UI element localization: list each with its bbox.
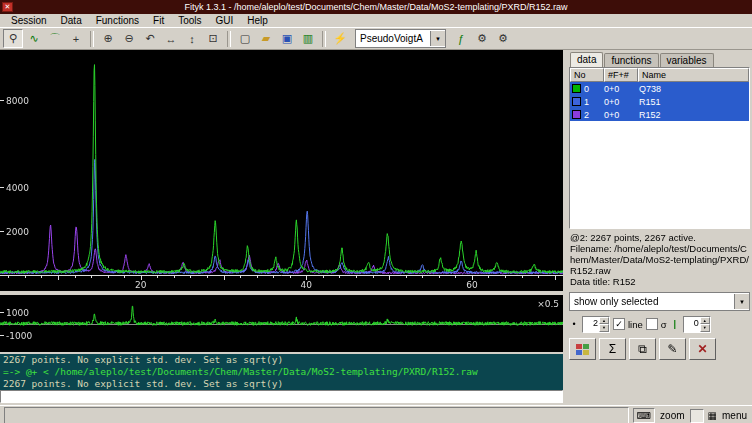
- point-size-value: 2: [583, 317, 599, 332]
- zoom-out-icon: ⊖: [124, 32, 133, 45]
- console-line: =-> @+ < /home/aleplo/test/Documents/Che…: [3, 366, 560, 378]
- zoom-indicator[interactable]: [690, 409, 704, 423]
- toolbar-separator: [227, 31, 231, 47]
- spin-up-icon[interactable]: ▲: [700, 317, 710, 325]
- add-peak-mode-button[interactable]: ⌒: [45, 29, 65, 48]
- zoom-prev-button[interactable]: ↶: [140, 29, 160, 48]
- menu-functions[interactable]: Functions: [89, 15, 146, 26]
- auxiliary-plot[interactable]: [0, 295, 563, 352]
- auto-add-icon: ⚡: [333, 32, 347, 45]
- main-plot[interactable]: [0, 50, 563, 291]
- fit-settings-button[interactable]: ⚙: [472, 29, 492, 48]
- command-input[interactable]: [0, 390, 563, 403]
- data-row[interactable]: 10+0R151: [570, 95, 749, 108]
- zoom-vert-button[interactable]: ↕: [182, 29, 202, 48]
- data-row-functions: 0+0: [602, 97, 636, 107]
- sidebar: data functions variables No #F+# Name 00…: [567, 50, 752, 405]
- export-image-button[interactable]: ▥: [298, 29, 318, 48]
- save-session-button[interactable]: ▣: [277, 29, 297, 48]
- zoom-all-button[interactable]: ⊡: [203, 29, 223, 48]
- copy-icon: ⧉: [638, 342, 647, 356]
- tab-variables[interactable]: variables: [660, 53, 714, 67]
- spin-down-icon[interactable]: ▼: [599, 324, 609, 332]
- titlebar: ✕ Fityk 1.3.1 - /home/aleplo/test/Docume…: [0, 0, 752, 14]
- window-close-button[interactable]: ✕: [2, 2, 13, 12]
- settings-gears-button[interactable]: ⚙: [493, 29, 513, 48]
- data-table-button[interactable]: [569, 338, 596, 360]
- tab-data[interactable]: data: [570, 52, 603, 67]
- close-icon: ✕: [697, 342, 707, 356]
- filter-dropdown-value: show only selected: [570, 296, 663, 307]
- data-list[interactable]: No #F+# Name 00+0Q73810+0R15120+0R152: [569, 67, 750, 229]
- statistics-button[interactable]: Σ: [599, 338, 626, 360]
- range-mode-icon: ∿: [29, 32, 38, 45]
- window-title: Fityk 1.3.1 - /home/aleplo/test/Document…: [184, 2, 567, 12]
- spin-down-icon[interactable]: ▼: [700, 324, 710, 332]
- column-header-functions[interactable]: #F+#: [604, 68, 638, 82]
- dataset-filename: Filename: /home/aleplo/test/Documents/Ch…: [570, 243, 749, 276]
- new-session-icon: ▢: [240, 32, 250, 45]
- add-function-button[interactable]: ƒ: [451, 29, 471, 48]
- filter-dropdown[interactable]: show only selected ▼: [569, 292, 750, 311]
- function-type-value: PseudoVoigtA: [356, 33, 430, 44]
- menu-help[interactable]: Help: [240, 15, 275, 26]
- menu-fit[interactable]: Fit: [146, 15, 171, 26]
- chevron-down-icon[interactable]: ▼: [430, 31, 445, 46]
- line-checkbox-label: line: [628, 319, 643, 330]
- data-row[interactable]: 20+0R152: [570, 108, 749, 121]
- status-menu-button[interactable]: menu: [721, 410, 748, 421]
- menu-gui[interactable]: GUI: [209, 15, 241, 26]
- zoom-in-button[interactable]: ⊕: [98, 29, 118, 48]
- toolbar-separator: [90, 31, 94, 47]
- add-function-icon: ƒ: [458, 33, 464, 45]
- function-type-combo[interactable]: PseudoVoigtA ▼: [355, 29, 446, 48]
- activate-data-mode-icon: +: [73, 33, 79, 45]
- spin-up-icon[interactable]: ▲: [599, 317, 609, 325]
- sigma-checkbox-label: σ: [661, 319, 667, 330]
- console-line: 2267 points. No explicit std. dev. Set a…: [3, 354, 560, 366]
- column-header-no[interactable]: No: [570, 68, 604, 82]
- console-line: 2267 points. No explicit std. dev. Set a…: [3, 378, 560, 390]
- delete-data-button[interactable]: ✕: [689, 338, 716, 360]
- data-list-header: No #F+# Name: [570, 68, 749, 82]
- open-file-button[interactable]: ▰: [256, 29, 276, 48]
- data-color-swatch[interactable]: [572, 97, 581, 106]
- shift-value: 0: [684, 317, 700, 332]
- new-session-button[interactable]: ▢: [235, 29, 255, 48]
- dataset-title: Data title: R152: [570, 276, 749, 287]
- menu-tools[interactable]: Tools: [171, 15, 208, 26]
- toolbar-separator: [322, 31, 326, 47]
- open-file-icon: ▰: [262, 32, 270, 45]
- dataset-info: @2: 2267 points, 2267 active. Filename: …: [569, 229, 750, 289]
- data-color-swatch[interactable]: [572, 84, 581, 93]
- data-row-name: R151: [636, 97, 749, 107]
- zoom-horiz-button[interactable]: ↔: [161, 29, 181, 48]
- save-session-icon: ▣: [282, 32, 292, 45]
- activate-data-mode-button[interactable]: +: [66, 29, 86, 48]
- data-row[interactable]: 00+0Q738: [570, 82, 749, 95]
- zoom-vert-icon: ↕: [189, 33, 195, 45]
- tab-functions[interactable]: functions: [604, 53, 658, 67]
- sigma-checkbox[interactable]: [646, 318, 658, 330]
- toolbar: ⚲∿⌒+⊕⊖↶↔↕⊡▢▰▣▥⚡ PseudoVoigtA ▼ ƒ⚙⚙: [0, 27, 752, 50]
- sidebar-tabs: data functions variables: [569, 51, 750, 67]
- menubar: Session Data Functions Fit Tools GUI Hel…: [0, 14, 752, 27]
- plot-column: 2267 points. No explicit std. dev. Set a…: [0, 50, 563, 405]
- data-color-swatch[interactable]: [572, 110, 581, 119]
- column-header-name[interactable]: Name: [638, 68, 749, 82]
- chevron-down-icon[interactable]: ▼: [734, 294, 749, 309]
- line-checkbox[interactable]: ✓: [613, 318, 625, 330]
- zoom-out-button[interactable]: ⊖: [119, 29, 139, 48]
- menu-data[interactable]: Data: [54, 15, 89, 26]
- auto-add-button[interactable]: ⚡: [330, 29, 350, 48]
- zoom-horiz-icon: ↔: [166, 33, 177, 45]
- copy-data-button[interactable]: ⧉: [629, 338, 656, 360]
- zoom-mode-button[interactable]: ⚲: [3, 29, 23, 48]
- zoom-label[interactable]: zoom: [659, 410, 685, 421]
- range-mode-button[interactable]: ∿: [24, 29, 44, 48]
- shift-stepper[interactable]: 0 ▲ ▼: [683, 316, 711, 333]
- point-size-stepper[interactable]: 2 ▲ ▼: [582, 316, 610, 333]
- zoom-all-icon: ⊡: [208, 32, 217, 45]
- menu-session[interactable]: Session: [4, 15, 54, 26]
- edit-data-button[interactable]: ✎: [659, 338, 686, 360]
